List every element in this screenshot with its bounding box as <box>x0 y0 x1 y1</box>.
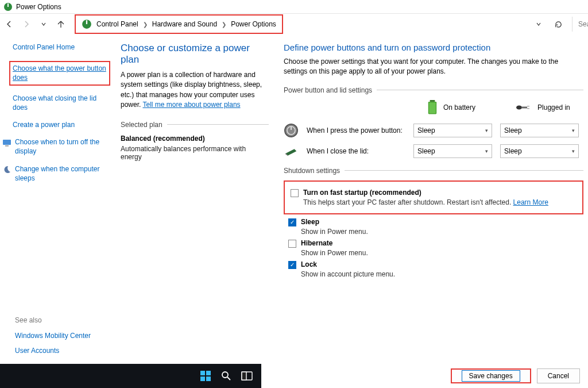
close-lid-label: When I close the lid: <box>307 147 405 155</box>
power-button-label: When I press the power button: <box>307 126 405 135</box>
chevron-down-icon: ▾ <box>572 128 575 133</box>
svg-rect-10 <box>521 106 527 108</box>
see-also-title: See also <box>15 316 91 324</box>
svg-point-9 <box>516 105 522 109</box>
sidebar-link-power-button[interactable]: Choose what the power button does <box>9 61 110 85</box>
back-button[interactable] <box>3 18 15 30</box>
svg-rect-3 <box>86 20 87 24</box>
sidebar-link-sleep[interactable]: Change when the computer sleeps <box>15 164 107 183</box>
sidebar: Control Panel Home Choose what the power… <box>0 34 114 285</box>
chevron-right-icon: ❯ <box>222 21 226 28</box>
breadcrumb[interactable]: Control Panel ❯ Hardware and Sound ❯ Pow… <box>75 14 283 34</box>
refresh-button[interactable] <box>552 18 564 30</box>
lock-label: Lock <box>301 260 317 268</box>
cancel-button[interactable]: Cancel <box>537 368 580 383</box>
taskview-button[interactable] <box>241 370 253 382</box>
learn-more-link[interactable]: Learn More <box>513 198 548 206</box>
close-lid-plugged-select[interactable]: Sleep▾ <box>500 144 579 158</box>
fast-startup-description: This helps start your PC faster after sh… <box>303 198 577 206</box>
svg-rect-4 <box>3 140 11 145</box>
svg-rect-17 <box>200 371 205 375</box>
user-accounts-link[interactable]: User Accounts <box>15 346 91 355</box>
sleep-label: Sleep <box>301 218 319 226</box>
fast-startup-section: Turn on fast startup (recommended) This … <box>284 180 583 214</box>
start-button[interactable] <box>199 370 212 382</box>
section-description: Choose the power settings that you want … <box>284 57 583 77</box>
breadcrumb-item[interactable]: Control Panel <box>96 20 138 28</box>
svg-rect-11 <box>527 106 529 107</box>
breadcrumb-item[interactable]: Power Options <box>231 20 276 28</box>
page-heading: Choose or customize a power plan <box>121 43 269 66</box>
up-button[interactable] <box>55 18 67 30</box>
power-options-icon <box>3 2 13 11</box>
chevron-down-icon: ▾ <box>485 128 488 133</box>
search-input[interactable]: Sea <box>572 17 585 32</box>
plan-description: Automatically balances performance with … <box>121 145 269 161</box>
address-dropdown[interactable] <box>533 18 544 30</box>
plan-name: Balanced (recommended) <box>121 135 269 143</box>
sidebar-link-display-off[interactable]: Choose when to turn off the display <box>15 137 107 156</box>
sleep-checkbox[interactable]: ✓ <box>288 218 296 226</box>
laptop-lid-icon <box>284 144 299 159</box>
svg-rect-16 <box>291 126 292 130</box>
breadcrumb-item[interactable]: Hardware and Sound <box>152 20 217 28</box>
search-button[interactable] <box>220 370 233 382</box>
svg-rect-24 <box>242 372 246 380</box>
svg-rect-19 <box>200 377 205 381</box>
svg-line-22 <box>227 377 230 380</box>
selected-plan-label: Selected plan <box>121 121 269 129</box>
fast-startup-label: Turn on fast startup (recommended) <box>303 189 421 197</box>
chevron-down-icon: ▾ <box>572 148 575 154</box>
svg-rect-6 <box>430 100 435 102</box>
svg-point-21 <box>222 372 228 378</box>
hibernate-description: Show in Power menu. <box>301 249 583 257</box>
lock-description: Show in account picture menu. <box>301 270 583 278</box>
on-battery-column: On battery <box>427 100 475 115</box>
title-bar: Power Options <box>0 0 588 14</box>
save-button[interactable]: Save changes <box>451 368 531 383</box>
learn-more-link[interactable]: Tell me more about power plans <box>142 101 240 109</box>
power-button-battery-select[interactable]: Sleep▾ <box>413 124 492 137</box>
plugged-in-column: Plugged in <box>516 103 570 112</box>
recent-dropdown[interactable] <box>38 18 49 30</box>
mobility-center-link[interactable]: Windows Mobility Center <box>15 331 91 340</box>
see-also-section: See also Windows Mobility Center User Ac… <box>15 316 91 361</box>
display-icon <box>2 138 11 147</box>
power-options-icon <box>82 19 92 29</box>
lock-checkbox[interactable]: ✓ <box>288 261 296 269</box>
nav-row: Control Panel ❯ Hardware and Sound ❯ Pow… <box>0 14 588 34</box>
power-button-plugged-select[interactable]: Sleep▾ <box>500 124 579 137</box>
control-panel-home-link[interactable]: Control Panel Home <box>13 43 107 52</box>
footer-buttons: Save changes Cancel <box>451 368 580 383</box>
chevron-right-icon: ❯ <box>143 21 148 28</box>
svg-rect-8 <box>429 102 436 113</box>
window-title: Power Options <box>16 3 61 11</box>
forward-button[interactable] <box>21 18 32 30</box>
chevron-down-icon: ▾ <box>485 148 488 154</box>
section-heading: Define power buttons and turn on passwor… <box>284 43 583 52</box>
svg-rect-5 <box>5 145 9 147</box>
fast-startup-checkbox[interactable] <box>291 189 299 197</box>
shutdown-settings-label: Shutdown settings <box>284 167 583 175</box>
close-lid-battery-select[interactable]: Sleep▾ <box>413 144 492 158</box>
taskbar <box>0 364 261 388</box>
battery-icon <box>427 100 438 115</box>
svg-rect-12 <box>527 108 529 109</box>
page-description: A power plan is a collection of hardware… <box>121 70 269 110</box>
power-button-icon <box>284 123 299 138</box>
power-button-lid-label: Power button and lid settings <box>284 86 583 94</box>
svg-rect-1 <box>7 3 9 7</box>
hibernate-label: Hibernate <box>301 239 332 247</box>
moon-icon <box>2 165 11 174</box>
svg-rect-18 <box>206 371 211 375</box>
svg-rect-20 <box>206 377 211 381</box>
sidebar-link-create-plan[interactable]: Create a power plan <box>13 120 107 129</box>
plug-icon <box>516 103 532 112</box>
hibernate-checkbox[interactable] <box>288 240 296 248</box>
sleep-description: Show in Power menu. <box>301 228 583 236</box>
sidebar-link-closing-lid[interactable]: Choose what closing the lid does <box>13 94 107 112</box>
